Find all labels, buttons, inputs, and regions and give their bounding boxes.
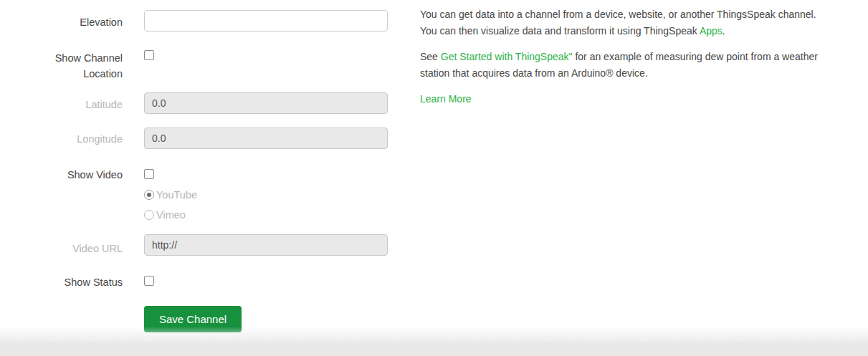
apps-link[interactable]: Apps xyxy=(700,25,722,37)
elevation-input[interactable] xyxy=(144,10,388,32)
youtube-radio xyxy=(144,190,154,200)
show-status-checkbox[interactable] xyxy=(144,276,154,286)
show-status-label: Show Status xyxy=(0,274,123,290)
text-segment: . xyxy=(722,25,725,37)
show-channel-location-label: Show Channel Location xyxy=(51,50,123,82)
text-segment: See xyxy=(420,51,441,62)
longitude-input xyxy=(144,128,388,149)
show-video-label: Show Video xyxy=(0,167,123,183)
channel-settings-page: Elevation Show Channel Location Latitude… xyxy=(0,0,868,356)
latitude-input xyxy=(144,92,388,114)
elevation-label: Elevation xyxy=(0,14,123,30)
learn-more-link[interactable]: Learn More xyxy=(420,91,472,107)
show-channel-location-checkbox[interactable] xyxy=(144,50,154,60)
help-panel: You can get data into a channel from a d… xyxy=(420,6,819,107)
get-started-link[interactable]: Get Started with ThingSpeak" xyxy=(441,51,573,62)
content-bottom-shadow xyxy=(0,327,868,342)
video-url-input xyxy=(144,234,388,256)
help-paragraph-1: You can get data into a channel from a d… xyxy=(420,6,819,39)
latitude-label: Latitude xyxy=(0,97,123,112)
help-paragraph-2: See Get Started with ThingSpeak" for an … xyxy=(420,49,819,81)
text-segment: You can get data into a channel from a d… xyxy=(420,9,816,37)
longitude-label: Longitude xyxy=(0,131,123,147)
youtube-radio-label: YouTube xyxy=(156,189,197,201)
video-service-option-vimeo: Vimeo xyxy=(144,209,186,221)
vimeo-radio xyxy=(144,210,154,220)
footer-strip xyxy=(0,342,868,356)
video-service-option-youtube: YouTube xyxy=(144,189,197,201)
video-url-label: Video URL xyxy=(0,241,123,256)
vimeo-radio-label: Vimeo xyxy=(156,209,186,221)
show-video-checkbox[interactable] xyxy=(144,169,154,179)
